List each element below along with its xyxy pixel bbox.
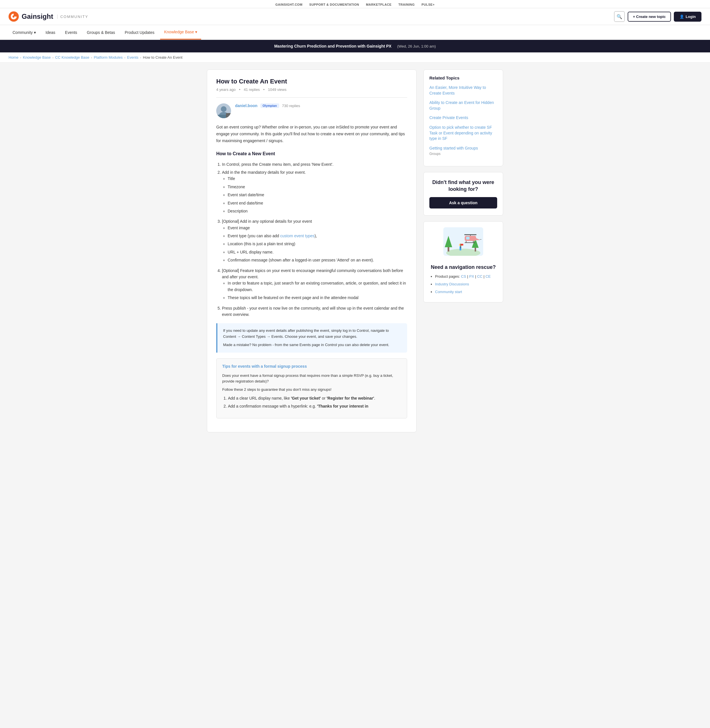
login-button[interactable]: 👤 Login bbox=[674, 12, 701, 22]
banner-title: Mastering Churn Prediction and Preventio… bbox=[274, 44, 392, 48]
search-icon: 🔍 bbox=[616, 14, 622, 19]
related-topic-5[interactable]: Getting started with Groups Groups bbox=[429, 145, 497, 156]
svg-rect-19 bbox=[480, 239, 481, 240]
nav-events[interactable]: Events bbox=[61, 26, 81, 39]
related-topic-4[interactable]: Option to pick whether to create SF Task… bbox=[429, 125, 497, 142]
step-1: In Control, press the Create menu item, … bbox=[222, 161, 407, 167]
author-reply-count: 730 replies bbox=[282, 104, 300, 108]
not-found-title: Didn't find what you were looking for? bbox=[429, 179, 497, 193]
breadcrumb-cc-knowledge-base[interactable]: CC Knowledge Base bbox=[55, 55, 89, 60]
dot-sep-1: • bbox=[239, 88, 241, 92]
subitem-feature-shown: These topics will be featured on the eve… bbox=[227, 294, 407, 301]
author-info: daniel.boon Olympian 730 replies bbox=[235, 103, 300, 108]
breadcrumb-platform-modules[interactable]: Platform Modules bbox=[94, 55, 123, 60]
svg-rect-20 bbox=[466, 237, 469, 240]
related-topics-title: Related Topics bbox=[429, 75, 497, 80]
ask-question-button[interactable]: Ask a question bbox=[429, 197, 497, 208]
tip-box-title[interactable]: Tips for events with a formal signup pro… bbox=[222, 363, 401, 370]
nav-cc-link[interactable]: CC bbox=[477, 274, 483, 278]
svg-rect-13 bbox=[461, 244, 461, 248]
breadcrumb-events[interactable]: Events bbox=[127, 55, 138, 60]
svg-point-0 bbox=[9, 12, 19, 22]
article-body: Got an event coming up? Whether online o… bbox=[216, 124, 407, 418]
step-2-subitems: Title Timezone Event start date/time Eve… bbox=[222, 176, 407, 214]
nav-ce-link[interactable]: CE bbox=[486, 274, 491, 278]
tip-step-1: Add a clear URL display name, like 'Get … bbox=[228, 395, 401, 401]
article-divider bbox=[216, 97, 407, 98]
custom-event-types-link[interactable]: custom event types bbox=[280, 234, 315, 238]
breadcrumb-knowledge-base[interactable]: Knowledge Base bbox=[23, 55, 51, 60]
marketplace-link[interactable]: MARKETPLACE bbox=[366, 3, 392, 6]
dot-sep-2: • bbox=[263, 88, 265, 92]
nav-industry-discussions: Industry Discussions bbox=[435, 281, 497, 287]
not-found-card: Didn't find what you were looking for? A… bbox=[423, 172, 503, 215]
gainsight-logo-icon bbox=[9, 12, 19, 22]
chevron-down-icon-kb: ▾ bbox=[195, 29, 197, 34]
support-link[interactable]: SUPPORT & DOCUMENTATION bbox=[310, 3, 359, 6]
article-views: 1049 views bbox=[268, 88, 286, 92]
nav-product-updates[interactable]: Product Updates bbox=[121, 26, 158, 39]
main-header: Gainsight COMMUNITY 🔍 + Create new topic… bbox=[0, 8, 710, 25]
page-layout: How to Create An Event 4 years ago • 41 … bbox=[198, 63, 512, 439]
article-card: How to Create An Event 4 years ago • 41 … bbox=[207, 69, 417, 432]
nav-knowledge-base[interactable]: Knowledge Base ▾ bbox=[160, 25, 201, 40]
nav-community[interactable]: Community ▾ bbox=[9, 26, 40, 39]
subitem-image: Event image bbox=[227, 225, 407, 231]
subitem-title: Title bbox=[227, 176, 407, 182]
avatar: 🎮 bbox=[216, 103, 231, 118]
nav-groups-betas[interactable]: Groups & Betas bbox=[83, 26, 119, 39]
related-topic-2[interactable]: Ability to Create an Event for Hidden Gr… bbox=[429, 100, 497, 111]
breadcrumb-sep-3: › bbox=[91, 56, 92, 59]
industry-discussions-link[interactable]: Industry Discussions bbox=[435, 282, 469, 286]
navigation-list: Product pages: CS | PX | CC | CE Industr… bbox=[429, 274, 497, 295]
nav-px-link[interactable]: PX bbox=[469, 274, 474, 278]
subitem-timezone: Timezone bbox=[227, 184, 407, 190]
logo-text: Gainsight bbox=[22, 13, 53, 21]
banner-date: (Wed, 26 Jun, 1:00 am) bbox=[397, 44, 436, 48]
info-box-p1: If you need to update any event details … bbox=[223, 328, 402, 340]
main-nav: Community ▾ Ideas Events Groups & Betas … bbox=[0, 25, 710, 40]
top-nav-links: GAINSIGHT.COM SUPPORT & DOCUMENTATION MA… bbox=[9, 0, 701, 8]
tip-step-2: Add a confirmation message with a hyperl… bbox=[228, 403, 401, 409]
article-replies: 41 replies bbox=[244, 88, 260, 92]
related-topic-3[interactable]: Create Private Events bbox=[429, 115, 497, 121]
logo-area: Gainsight COMMUNITY bbox=[9, 12, 88, 22]
create-topic-button[interactable]: + Create new topic bbox=[628, 12, 671, 22]
breadcrumb-sep-4: › bbox=[124, 56, 125, 59]
main-content: How to Create An Event 4 years ago • 41 … bbox=[207, 69, 417, 432]
training-link[interactable]: TRAINING bbox=[398, 3, 415, 6]
breadcrumb-home[interactable]: Home bbox=[9, 55, 19, 60]
author-details: daniel.boon Olympian 730 replies bbox=[235, 103, 300, 108]
event-banner[interactable]: Mastering Churn Prediction and Preventio… bbox=[0, 40, 710, 53]
related-topics-card: Related Topics An Easier, More Intuitive… bbox=[423, 69, 503, 166]
top-nav-bar: GAINSIGHT.COM SUPPORT & DOCUMENTATION MA… bbox=[0, 0, 710, 8]
subitem-eventtype: Event type (you can also add custom even… bbox=[227, 233, 407, 239]
step-4-subitems: In order to feature a topic, just search… bbox=[222, 280, 407, 301]
breadcrumb-sep-5: › bbox=[140, 56, 141, 59]
nav-ideas[interactable]: Ideas bbox=[42, 26, 59, 39]
nav-cs-link[interactable]: CS bbox=[461, 274, 466, 278]
search-button[interactable]: 🔍 bbox=[614, 11, 625, 22]
navigation-card: Need a navigation rescue? Product pages:… bbox=[423, 221, 503, 302]
tip-box: Tips for events with a formal signup pro… bbox=[216, 358, 407, 418]
navigation-title: Need a navigation rescue? bbox=[429, 264, 497, 270]
related-topic-1[interactable]: An Easier, More Intuitive Way to Create … bbox=[429, 85, 497, 96]
author-name[interactable]: daniel.boon bbox=[235, 103, 258, 108]
tip-box-steps: Add a clear URL display name, like 'Get … bbox=[222, 395, 401, 410]
article-title: How to Create An Event bbox=[216, 78, 407, 85]
pulse-link[interactable]: PULSE+ bbox=[421, 3, 434, 6]
community-start-link[interactable]: Community start bbox=[435, 290, 462, 294]
breadcrumb-current: How to Create An Event bbox=[143, 55, 183, 60]
sidebar: Related Topics An Easier, More Intuitive… bbox=[423, 69, 503, 432]
article-time: 4 years ago bbox=[216, 88, 236, 92]
tip-box-p2: Follow these 2 steps to guarantee that y… bbox=[222, 387, 401, 393]
article-steps-list: In Control, press the Create menu item, … bbox=[216, 161, 407, 318]
tip-box-p1: Does your event have a formal signup pro… bbox=[222, 373, 401, 385]
article-section-title: How to Create a New Event bbox=[216, 150, 407, 158]
subitem-url: URL + URL display name. bbox=[227, 249, 407, 255]
gainsight-link[interactable]: GAINSIGHT.COM bbox=[275, 3, 302, 6]
article-intro: Got an event coming up? Whether online o… bbox=[216, 124, 407, 144]
avatar-badge: 🎮 bbox=[226, 113, 231, 118]
user-icon: 👤 bbox=[679, 15, 684, 19]
nav-product-pages: Product pages: CS | PX | CC | CE bbox=[435, 274, 497, 280]
